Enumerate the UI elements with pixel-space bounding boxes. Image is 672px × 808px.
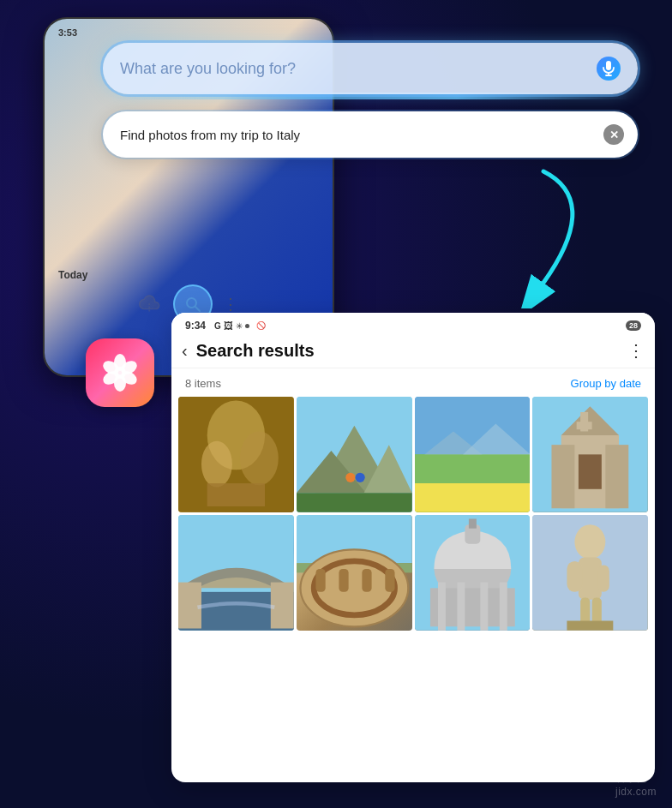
panel-toolbar: 8 items Group by date (171, 368, 655, 397)
panel-status-time: 9:34 (185, 320, 206, 332)
photo-mountains-content (297, 397, 412, 512)
svg-rect-48 (339, 569, 348, 592)
photo-dome-content (415, 515, 531, 631)
photo-statue-content (532, 515, 648, 631)
photo-item[interactable] (297, 397, 412, 512)
svg-rect-67 (567, 620, 614, 630)
svg-rect-18 (207, 483, 265, 506)
cloud-icon (139, 292, 163, 316)
search-query-bar[interactable]: Find photos from my trip to Italy ✕ (103, 111, 638, 158)
photo-item[interactable] (532, 397, 648, 512)
svg-rect-56 (437, 582, 445, 630)
svg-point-16 (201, 441, 232, 488)
status-icons: G 🖼 ✳ (214, 320, 249, 331)
phone-more-icon[interactable]: ⋮ (223, 295, 238, 314)
gallery-app-icon[interactable] (86, 338, 154, 407)
photo-item[interactable] (178, 397, 294, 512)
svg-rect-27 (415, 454, 531, 483)
panel-status-bar: 9:34 G 🖼 ✳ 🚫 28 (171, 313, 655, 335)
clear-search-button[interactable]: ✕ (603, 124, 624, 145)
photo-colosseum-content (297, 515, 412, 631)
photo-item[interactable] (532, 515, 648, 631)
svg-point-24 (345, 473, 355, 482)
svg-rect-50 (385, 569, 394, 592)
svg-point-61 (575, 524, 606, 559)
svg-rect-23 (297, 493, 412, 512)
search-placeholder: What are you looking for? (120, 60, 597, 78)
voice-search-bar[interactable]: What are you looking for? (103, 43, 638, 94)
svg-rect-47 (315, 569, 325, 592)
search-query-text: Find photos from my trip to Italy (120, 128, 603, 142)
photo-item[interactable] (415, 515, 531, 631)
svg-rect-59 (499, 582, 507, 630)
svg-rect-65 (580, 597, 590, 624)
svg-point-25 (355, 473, 364, 482)
photo-church-content (532, 397, 648, 512)
svg-rect-66 (592, 597, 602, 624)
svg-rect-3 (606, 61, 611, 70)
status-dot (245, 324, 249, 328)
photo-icon: 🖼 (224, 320, 233, 331)
panel-header: ‹ Search results ⋮ (171, 335, 655, 368)
asterisk-icon: ✳ (236, 321, 243, 331)
svg-rect-63 (567, 561, 583, 592)
items-count: 8 items (185, 377, 221, 390)
phone-status-time: 3:53 (58, 27, 77, 38)
back-button[interactable]: ‹ (182, 341, 188, 361)
photo-fresco-content (178, 397, 294, 512)
svg-rect-35 (552, 445, 575, 508)
photo-field-content (415, 397, 531, 512)
group-by-date-button[interactable]: Group by date (571, 377, 641, 390)
svg-rect-28 (415, 483, 531, 512)
panel-title: Search results (196, 341, 627, 361)
svg-rect-64 (598, 565, 609, 591)
arrow-graphic (475, 154, 595, 308)
svg-rect-49 (362, 569, 371, 592)
svg-rect-54 (468, 518, 476, 528)
svg-rect-38 (577, 422, 592, 429)
flower-icon (98, 350, 142, 395)
svg-point-13 (114, 367, 126, 379)
notification-badge: 28 (626, 320, 641, 331)
svg-rect-34 (579, 454, 602, 488)
g-icon: G (214, 321, 221, 331)
svg-rect-57 (457, 582, 465, 630)
svg-point-17 (240, 431, 279, 485)
more-options-button[interactable]: ⋮ (627, 340, 645, 361)
blocked-icon: 🚫 (256, 321, 266, 330)
photo-canal-content (178, 515, 294, 631)
search-results-panel: 9:34 G 🖼 ✳ 🚫 28 ‹ Search results ⋮ 8 ite… (171, 313, 655, 782)
phone-today-label: Today (58, 269, 87, 281)
microphone-icon[interactable] (597, 57, 621, 81)
photo-item[interactable] (415, 397, 531, 512)
svg-line-2 (195, 307, 200, 311)
watermark-line2: jidx.com (615, 786, 657, 798)
photo-grid (171, 397, 655, 631)
photo-item[interactable] (297, 515, 412, 631)
svg-rect-36 (606, 445, 629, 508)
svg-rect-58 (480, 582, 488, 630)
photo-item[interactable] (178, 515, 294, 631)
